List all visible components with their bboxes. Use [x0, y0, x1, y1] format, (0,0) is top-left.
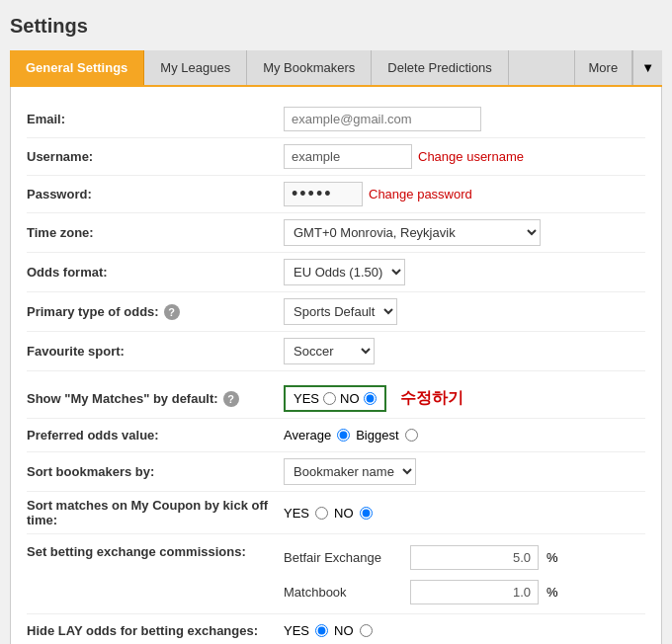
- sort-matches-label: Sort matches on My Coupon by kick off ti…: [27, 498, 284, 527]
- matchbook-percent: %: [546, 585, 558, 600]
- sort-bookmakers-label: Sort bookmakers by:: [27, 464, 284, 479]
- hide-lay-yes-label: YES: [284, 623, 309, 638]
- sort-matches-yes-radio[interactable]: [315, 507, 328, 520]
- korean-edit-text: 수정하기: [400, 388, 463, 409]
- betting-exchange-control: Betfair Exchange % Matchbook %: [284, 542, 645, 607]
- show-matches-no-radio[interactable]: [364, 392, 377, 405]
- odds-format-row: Odds format: EU Odds (1.50) UK Odds US O…: [27, 253, 645, 292]
- betfair-row: Betfair Exchange %: [284, 542, 558, 573]
- sort-bookmakers-select[interactable]: Bookmaker name Odds value: [284, 458, 416, 485]
- hide-lay-row: Hide LAY odds for betting exchanges: YES…: [27, 614, 645, 644]
- content-area: Email: Username: Change username Passwor…: [10, 87, 662, 644]
- betfair-percent: %: [546, 550, 558, 565]
- preferred-avg-radio[interactable]: [337, 429, 350, 442]
- primary-odds-help-icon[interactable]: ?: [164, 304, 180, 320]
- hide-lay-no-radio[interactable]: [360, 624, 373, 637]
- tab-general[interactable]: General Settings: [10, 50, 144, 85]
- show-matches-label: Show "My Matches" by default: ?: [27, 391, 284, 407]
- show-matches-no-label: NO: [340, 391, 360, 406]
- timezone-row: Time zone: GMT+0 Monrovia, Reykjavik GMT…: [27, 213, 645, 253]
- sort-matches-control: YES NO: [284, 506, 645, 521]
- primary-odds-row: Primary type of odds: ? Sports Default H…: [27, 292, 645, 332]
- username-row: Username: Change username: [27, 138, 645, 176]
- show-matches-row: Show "My Matches" by default: ? YES NO 수…: [27, 379, 645, 419]
- email-input[interactable]: [284, 107, 481, 131]
- betting-exchange-label: Set betting exchange commissions:: [27, 542, 284, 559]
- matchbook-input[interactable]: [410, 580, 539, 604]
- favourite-sport-select[interactable]: Soccer Tennis Basketball: [284, 338, 375, 364]
- change-username-link[interactable]: Change username: [418, 149, 524, 164]
- password-dots: •••••: [284, 182, 363, 206]
- primary-odds-label: Primary type of odds: ?: [27, 304, 284, 320]
- email-control: [284, 107, 645, 131]
- sort-matches-no-label: NO: [334, 506, 354, 521]
- username-label: Username:: [27, 149, 284, 164]
- hide-lay-control: YES NO: [284, 623, 645, 638]
- sort-matches-row: Sort matches on My Coupon by kick off ti…: [27, 492, 645, 534]
- tab-more[interactable]: More: [574, 50, 633, 85]
- email-label: Email:: [27, 112, 284, 126]
- sort-matches-no-radio[interactable]: [360, 507, 373, 520]
- matchbook-row: Matchbook %: [284, 577, 558, 607]
- tab-bookmakers[interactable]: My Bookmakers: [247, 50, 372, 85]
- sort-bookmakers-row: Sort bookmakers by: Bookmaker name Odds …: [27, 452, 645, 492]
- timezone-select[interactable]: GMT+0 Monrovia, Reykjavik GMT-5 New York…: [284, 219, 541, 246]
- favourite-sport-control: Soccer Tennis Basketball: [284, 338, 645, 364]
- betfair-label: Betfair Exchange: [284, 550, 402, 565]
- timezone-control: GMT+0 Monrovia, Reykjavik GMT-5 New York…: [284, 219, 645, 246]
- odds-format-label: Odds format:: [27, 265, 284, 280]
- favourite-sport-label: Favourite sport:: [27, 344, 284, 359]
- show-matches-help-icon[interactable]: ?: [223, 391, 239, 407]
- tab-leagues[interactable]: My Leagues: [144, 50, 247, 85]
- tabs-bar: General Settings My Leagues My Bookmaker…: [10, 50, 662, 87]
- email-row: Email:: [27, 101, 645, 138]
- change-password-link[interactable]: Change password: [369, 187, 472, 201]
- show-matches-highlight-box: YES NO: [284, 385, 386, 412]
- sort-matches-yes-label: YES: [284, 506, 309, 521]
- preferred-biggest-radio[interactable]: [405, 429, 418, 442]
- tab-delete[interactable]: Delete Predictions: [372, 50, 509, 85]
- betfair-input[interactable]: [410, 545, 539, 570]
- hide-lay-yes-radio[interactable]: [315, 624, 328, 637]
- username-input[interactable]: [284, 144, 412, 169]
- favourite-sport-row: Favourite sport: Soccer Tennis Basketbal…: [27, 332, 645, 371]
- preferred-odds-row: Preferred odds value: Average Biggest: [27, 419, 645, 452]
- preferred-odds-control: Average Biggest: [284, 428, 645, 443]
- preferred-odds-label: Preferred odds value:: [27, 428, 284, 443]
- odds-format-select[interactable]: EU Odds (1.50) UK Odds US Odds: [284, 259, 405, 285]
- tab-dropdown-arrow[interactable]: ▼: [632, 50, 662, 85]
- matchbook-label: Matchbook: [284, 585, 402, 600]
- preferred-biggest-label: Biggest: [356, 428, 398, 443]
- primary-odds-control: Sports Default Home Away Draw: [284, 298, 645, 325]
- show-matches-control: YES NO 수정하기: [284, 385, 645, 412]
- password-label: Password:: [27, 187, 284, 201]
- sort-bookmakers-control: Bookmaker name Odds value: [284, 458, 645, 485]
- preferred-avg-label: Average: [284, 428, 331, 443]
- page-title: Settings: [10, 10, 662, 42]
- timezone-label: Time zone:: [27, 225, 284, 240]
- show-matches-yes-radio[interactable]: [323, 392, 336, 405]
- betting-exchange-row: Set betting exchange commissions: Betfai…: [27, 534, 645, 614]
- odds-format-control: EU Odds (1.50) UK Odds US Odds: [284, 259, 645, 285]
- hide-lay-no-label: NO: [334, 623, 354, 638]
- show-matches-yes-label: YES: [294, 391, 319, 406]
- password-control: ••••• Change password: [284, 182, 645, 206]
- hide-lay-label: Hide LAY odds for betting exchanges:: [27, 623, 284, 638]
- password-row: Password: ••••• Change password: [27, 176, 645, 213]
- primary-odds-select[interactable]: Sports Default Home Away Draw: [284, 298, 397, 325]
- username-control: Change username: [284, 144, 645, 169]
